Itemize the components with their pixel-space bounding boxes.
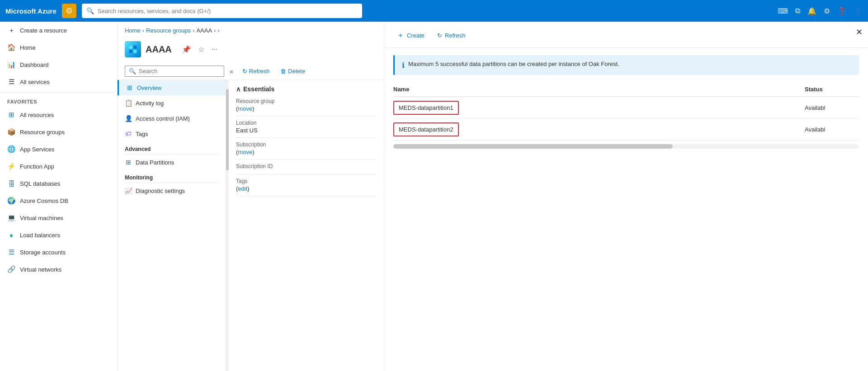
breadcrumb: Home › Resource groups › AAAA › › <box>118 22 384 38</box>
nav-list: ⊞ Overview 📋 Activity log 👤 Access contr… <box>118 80 226 371</box>
essentials-panel: ∧ Essentials Resource group (move) <box>229 80 384 371</box>
sidebar-item-all-services[interactable]: ☰ All services <box>0 73 117 90</box>
virtual-networks-icon: 🔗 <box>7 265 15 273</box>
advanced-section-label: Advanced <box>118 141 226 154</box>
essentials-link-edit-tags[interactable]: edit <box>238 185 247 192</box>
sidebar-all-services-label: All services <box>20 79 50 85</box>
essentials-grid: Resource group (move) Location East US S <box>236 98 377 196</box>
panel-search-input[interactable] <box>139 68 220 75</box>
essentials-header[interactable]: ∧ Essentials <box>236 85 377 93</box>
resource-icon <box>125 41 141 57</box>
help-icon[interactable]: ❓ <box>837 7 846 15</box>
essentials-value-location: East US <box>236 127 377 134</box>
azure-menu-icon[interactable]: ⚙ <box>62 4 76 18</box>
sidebar-item-app-services[interactable]: 🌐 App Services <box>0 141 117 158</box>
nav-scrollbar[interactable] <box>226 80 229 371</box>
right-panel: ✕ ＋ Create ↻ Refresh ℹ Maximum 5 success… <box>384 22 868 371</box>
partition-box-1[interactable]: MEDS-datapartition1 <box>393 101 459 115</box>
sidebar-item-create-resource[interactable]: ＋ Create a resource <box>0 22 117 39</box>
all-resources-icon: ⊞ <box>7 111 15 119</box>
table-header: Name Status <box>393 82 859 97</box>
essentials-label-resource-group: Resource group <box>236 98 377 104</box>
essentials-chevron-icon: ∧ <box>236 85 241 93</box>
sidebar-item-sql-databases[interactable]: 🗄 SQL databases <box>0 175 117 192</box>
nav-item-overview[interactable]: ⊞ Overview <box>118 80 226 95</box>
home-icon: 🏠 <box>7 43 15 52</box>
create-label: Create <box>407 32 425 39</box>
app-services-icon: 🌐 <box>7 145 15 153</box>
main-content: Home › Resource groups › AAAA › › <box>118 22 868 371</box>
cosmos-db-icon: 🌍 <box>7 197 15 205</box>
svg-rect-3 <box>133 50 137 53</box>
nav-item-data-partitions[interactable]: ⊞ Data Partitions <box>118 155 226 170</box>
essentials-label-location: Location <box>236 120 377 126</box>
sidebar-item-function-app[interactable]: ⚡ Function App <box>0 158 117 175</box>
nav-access-control-label: Access control (IAM) <box>136 115 190 122</box>
favorites-label: FAVORITES <box>0 94 117 106</box>
col-header-status: Status <box>805 86 859 93</box>
resource-panel: Home › Resource groups › AAAA › › <box>118 22 384 371</box>
svg-rect-0 <box>129 46 132 49</box>
info-banner: ℹ Maximum 5 successful data partitions c… <box>393 55 859 75</box>
breadcrumb-resource-groups[interactable]: Resource groups <box>146 27 191 34</box>
more-icon[interactable]: ··· <box>210 44 219 55</box>
essentials-label-subscription: Subscription <box>236 141 377 148</box>
sidebar-item-load-balancers[interactable]: ♦ Load balancers <box>0 226 117 244</box>
refresh-button[interactable]: ↻ Refresh <box>239 66 274 76</box>
nav-item-activity-log[interactable]: 📋 Activity log <box>118 95 226 111</box>
nav-item-tags[interactable]: 🏷 Tags <box>118 126 226 141</box>
breadcrumb-home[interactable]: Home <box>125 27 141 34</box>
pin-icon[interactable]: 📌 <box>180 44 193 55</box>
sidebar-dashboard-label: Dashboard <box>20 61 49 68</box>
sidebar-item-dashboard[interactable]: 📊 Dashboard <box>0 56 117 73</box>
essentials-title: Essentials <box>243 85 274 93</box>
resource-groups-icon: 📦 <box>7 128 15 136</box>
nav-diagnostic-settings-label: Diagnostic settings <box>136 188 185 194</box>
nav-item-diagnostic-settings[interactable]: 📈 Diagnostic settings <box>118 183 226 198</box>
sidebar-item-cosmos-db[interactable]: 🌍 Azure Cosmos DB <box>0 192 117 209</box>
essentials-row-tags: Tags (edit) <box>236 178 377 196</box>
data-table: Name Status MEDS-datapartition1 Availabl… <box>393 82 859 141</box>
nav-data-partitions-label: Data Partitions <box>136 159 174 166</box>
col-header-name: Name <box>393 86 805 93</box>
sidebar-item-storage-accounts[interactable]: ☰ Storage accounts <box>0 244 117 261</box>
main-layout: ＋ Create a resource 🏠 Home 📊 Dashboard ☰… <box>0 22 868 371</box>
sidebar-resource-groups-label: Resource groups <box>20 129 65 136</box>
partition-box-2[interactable]: MEDS-datapartition2 <box>393 122 459 136</box>
essentials-value-resource-group: (move) <box>236 105 377 112</box>
portal-icon[interactable]: ⧉ <box>795 7 800 15</box>
table-row: MEDS-datapartition2 Availabl <box>393 119 859 141</box>
sidebar-item-home[interactable]: 🏠 Home <box>0 39 117 56</box>
create-button[interactable]: ＋ Create <box>393 29 428 42</box>
panel-search-box[interactable]: 🔍 <box>125 66 224 77</box>
close-button[interactable]: ✕ <box>856 27 863 37</box>
star-icon[interactable]: ☆ <box>196 44 206 55</box>
rp-refresh-label: Refresh <box>445 32 466 39</box>
essentials-link-move-rg[interactable]: move <box>238 105 252 112</box>
all-services-icon: ☰ <box>7 78 15 86</box>
gear-icon[interactable]: ⚙ <box>824 7 830 15</box>
breadcrumb-more-icon[interactable]: › <box>217 27 219 34</box>
breadcrumb-sep-1: › <box>142 27 144 34</box>
sidebar-item-resource-groups[interactable]: 📦 Resource groups <box>0 123 117 141</box>
sidebar-item-virtual-networks[interactable]: 🔗 Virtual networks <box>0 261 117 278</box>
overview-icon: ⊞ <box>126 84 133 91</box>
collapse-button[interactable]: « <box>228 66 235 77</box>
sidebar-item-all-resources[interactable]: ⊞ All resources <box>0 106 117 123</box>
nav-item-access-control[interactable]: 👤 Access control (IAM) <box>118 111 226 126</box>
essentials-link-move-sub[interactable]: move <box>238 149 252 155</box>
breadcrumb-sep-3: › <box>214 27 216 34</box>
delete-button[interactable]: 🗑 Delete <box>277 66 309 76</box>
sidebar: ＋ Create a resource 🏠 Home 📊 Dashboard ☰… <box>0 22 118 371</box>
global-search-input[interactable] <box>98 8 358 14</box>
storage-accounts-icon: ☰ <box>7 248 15 256</box>
monitoring-section-label: Monitoring <box>118 170 226 183</box>
rp-refresh-button[interactable]: ↻ Refresh <box>434 30 469 41</box>
sidebar-item-virtual-machines[interactable]: 💻 Virtual machines <box>0 209 117 226</box>
global-search-box[interactable]: 🔍 <box>82 4 362 18</box>
user-icon[interactable]: 👤 <box>854 7 863 15</box>
bell-icon[interactable]: 🔔 <box>807 7 816 15</box>
terminal-icon[interactable]: ⌨ <box>778 7 788 15</box>
table-scrollbar[interactable] <box>393 144 859 149</box>
diagnostic-settings-icon: 📈 <box>125 187 132 194</box>
